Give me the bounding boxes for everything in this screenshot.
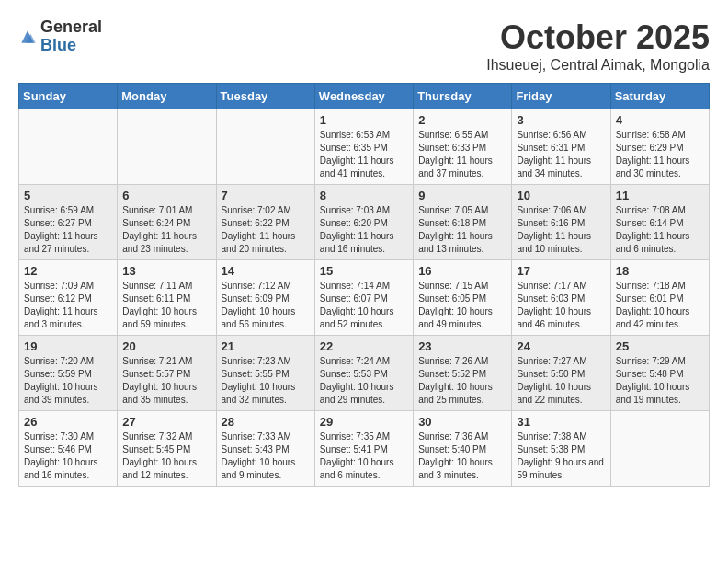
calendar-day-17: 17Sunrise: 7:17 AMSunset: 6:03 PMDayligh…	[512, 260, 610, 336]
day-info: Sunrise: 7:36 AMSunset: 5:40 PMDaylight:…	[418, 431, 506, 482]
day-number: 30	[418, 415, 506, 429]
day-number: 22	[320, 339, 408, 353]
day-number: 3	[517, 113, 605, 127]
day-number: 2	[418, 113, 506, 127]
weekday-header-friday: Friday	[512, 84, 610, 109]
day-number: 10	[517, 189, 605, 202]
day-number: 9	[418, 189, 506, 202]
day-info: Sunrise: 7:11 AMSunset: 6:11 PMDaylight:…	[122, 280, 210, 331]
logo-blue: Blue	[40, 37, 102, 55]
day-number: 12	[24, 264, 112, 278]
day-info: Sunrise: 7:20 AMSunset: 5:59 PMDaylight:…	[24, 355, 112, 407]
calendar-week-row: 5Sunrise: 6:59 AMSunset: 6:27 PMDaylight…	[19, 185, 710, 260]
calendar-day-21: 21Sunrise: 7:23 AMSunset: 5:55 PMDayligh…	[216, 336, 314, 411]
calendar-day-16: 16Sunrise: 7:15 AMSunset: 6:05 PMDayligh…	[414, 260, 512, 336]
day-info: Sunrise: 7:33 AMSunset: 5:43 PMDaylight:…	[222, 431, 310, 482]
calendar-day-23: 23Sunrise: 7:26 AMSunset: 5:52 PMDayligh…	[414, 336, 512, 411]
day-number: 1	[320, 113, 408, 127]
calendar-table: SundayMondayTuesdayWednesdayThursdayFrid…	[18, 83, 710, 487]
day-info: Sunrise: 7:03 AMSunset: 6:20 PMDaylight:…	[320, 204, 408, 256]
day-info: Sunrise: 6:55 AMSunset: 6:33 PMDaylight:…	[418, 129, 506, 180]
calendar-day-25: 25Sunrise: 7:29 AMSunset: 5:48 PMDayligh…	[610, 336, 709, 411]
calendar-empty-cell	[610, 411, 709, 487]
day-number: 28	[222, 415, 310, 429]
calendar-day-28: 28Sunrise: 7:33 AMSunset: 5:43 PMDayligh…	[216, 411, 314, 487]
calendar-day-8: 8Sunrise: 7:03 AMSunset: 6:20 PMDaylight…	[314, 185, 413, 260]
calendar-empty-cell	[216, 109, 314, 185]
day-number: 29	[320, 415, 408, 429]
day-number: 11	[616, 189, 704, 202]
calendar-day-22: 22Sunrise: 7:24 AMSunset: 5:53 PMDayligh…	[314, 336, 413, 411]
day-number: 4	[616, 113, 704, 127]
day-number: 23	[418, 339, 506, 353]
day-number: 6	[122, 189, 210, 202]
day-number: 27	[122, 415, 210, 429]
calendar-day-29: 29Sunrise: 7:35 AMSunset: 5:41 PMDayligh…	[314, 411, 413, 487]
calendar-day-7: 7Sunrise: 7:02 AMSunset: 6:22 PMDaylight…	[216, 185, 314, 260]
calendar-day-26: 26Sunrise: 7:30 AMSunset: 5:46 PMDayligh…	[19, 411, 118, 487]
location-subtitle: Ihsueuej, Central Aimak, Mongolia	[486, 57, 710, 74]
day-number: 15	[320, 264, 408, 278]
day-info: Sunrise: 7:08 AMSunset: 6:14 PMDaylight:…	[616, 204, 704, 256]
calendar-week-row: 26Sunrise: 7:30 AMSunset: 5:46 PMDayligh…	[19, 411, 710, 487]
calendar-day-2: 2Sunrise: 6:55 AMSunset: 6:33 PMDaylight…	[414, 109, 512, 185]
weekday-header-row: SundayMondayTuesdayWednesdayThursdayFrid…	[19, 84, 710, 109]
month-title: October 2025	[486, 18, 710, 57]
day-number: 5	[24, 189, 112, 202]
weekday-header-tuesday: Tuesday	[216, 84, 314, 109]
day-number: 14	[222, 264, 310, 278]
weekday-header-monday: Monday	[118, 84, 216, 109]
day-info: Sunrise: 7:21 AMSunset: 5:57 PMDaylight:…	[122, 355, 210, 407]
day-info: Sunrise: 6:53 AMSunset: 6:35 PMDaylight:…	[320, 129, 408, 180]
day-info: Sunrise: 7:26 AMSunset: 5:52 PMDaylight:…	[418, 355, 506, 407]
day-info: Sunrise: 7:09 AMSunset: 6:12 PMDaylight:…	[24, 280, 112, 331]
calendar-day-14: 14Sunrise: 7:12 AMSunset: 6:09 PMDayligh…	[216, 260, 314, 336]
day-info: Sunrise: 7:24 AMSunset: 5:53 PMDaylight:…	[320, 355, 408, 407]
calendar-empty-cell	[118, 109, 216, 185]
day-number: 13	[122, 264, 210, 278]
day-info: Sunrise: 7:27 AMSunset: 5:50 PMDaylight:…	[517, 355, 605, 407]
calendar-day-19: 19Sunrise: 7:20 AMSunset: 5:59 PMDayligh…	[19, 336, 118, 411]
calendar-day-10: 10Sunrise: 7:06 AMSunset: 6:16 PMDayligh…	[512, 185, 610, 260]
day-info: Sunrise: 7:15 AMSunset: 6:05 PMDaylight:…	[418, 280, 506, 331]
calendar-day-30: 30Sunrise: 7:36 AMSunset: 5:40 PMDayligh…	[414, 411, 512, 487]
calendar-day-3: 3Sunrise: 6:56 AMSunset: 6:31 PMDaylight…	[512, 109, 610, 185]
calendar-week-row: 12Sunrise: 7:09 AMSunset: 6:12 PMDayligh…	[19, 260, 710, 336]
calendar-day-20: 20Sunrise: 7:21 AMSunset: 5:57 PMDayligh…	[118, 336, 216, 411]
day-info: Sunrise: 7:30 AMSunset: 5:46 PMDaylight:…	[24, 431, 112, 482]
calendar-day-24: 24Sunrise: 7:27 AMSunset: 5:50 PMDayligh…	[512, 336, 610, 411]
title-block: October 2025 Ihsueuej, Central Aimak, Mo…	[486, 18, 710, 74]
weekday-header-saturday: Saturday	[610, 84, 709, 109]
day-info: Sunrise: 7:06 AMSunset: 6:16 PMDaylight:…	[517, 204, 605, 256]
day-info: Sunrise: 6:59 AMSunset: 6:27 PMDaylight:…	[24, 204, 112, 256]
calendar-day-6: 6Sunrise: 7:01 AMSunset: 6:24 PMDaylight…	[118, 185, 216, 260]
day-number: 25	[616, 339, 704, 353]
logo: General Blue	[18, 18, 102, 55]
day-info: Sunrise: 7:23 AMSunset: 5:55 PMDaylight:…	[222, 355, 310, 407]
weekday-header-wednesday: Wednesday	[314, 84, 413, 109]
day-info: Sunrise: 7:02 AMSunset: 6:22 PMDaylight:…	[222, 204, 310, 256]
calendar-day-15: 15Sunrise: 7:14 AMSunset: 6:07 PMDayligh…	[314, 260, 413, 336]
calendar-day-18: 18Sunrise: 7:18 AMSunset: 6:01 PMDayligh…	[610, 260, 709, 336]
day-number: 20	[122, 339, 210, 353]
calendar-empty-cell	[19, 109, 118, 185]
day-info: Sunrise: 7:29 AMSunset: 5:48 PMDaylight:…	[616, 355, 704, 407]
day-number: 7	[222, 189, 310, 202]
weekday-header-thursday: Thursday	[414, 84, 512, 109]
calendar-week-row: 1Sunrise: 6:53 AMSunset: 6:35 PMDaylight…	[19, 109, 710, 185]
day-number: 17	[517, 264, 605, 278]
day-info: Sunrise: 7:14 AMSunset: 6:07 PMDaylight:…	[320, 280, 408, 331]
page-header: General Blue October 2025 Ihsueuej, Cent…	[18, 18, 710, 74]
day-number: 24	[517, 339, 605, 353]
day-number: 31	[517, 415, 605, 429]
calendar-day-13: 13Sunrise: 7:11 AMSunset: 6:11 PMDayligh…	[118, 260, 216, 336]
day-number: 26	[24, 415, 112, 429]
logo-text: General Blue	[40, 18, 102, 55]
day-info: Sunrise: 7:12 AMSunset: 6:09 PMDaylight:…	[222, 280, 310, 331]
weekday-header-sunday: Sunday	[19, 84, 118, 109]
day-number: 16	[418, 264, 506, 278]
day-info: Sunrise: 7:35 AMSunset: 5:41 PMDaylight:…	[320, 431, 408, 482]
calendar-day-1: 1Sunrise: 6:53 AMSunset: 6:35 PMDaylight…	[314, 109, 413, 185]
calendar-day-12: 12Sunrise: 7:09 AMSunset: 6:12 PMDayligh…	[19, 260, 118, 336]
day-number: 8	[320, 189, 408, 202]
